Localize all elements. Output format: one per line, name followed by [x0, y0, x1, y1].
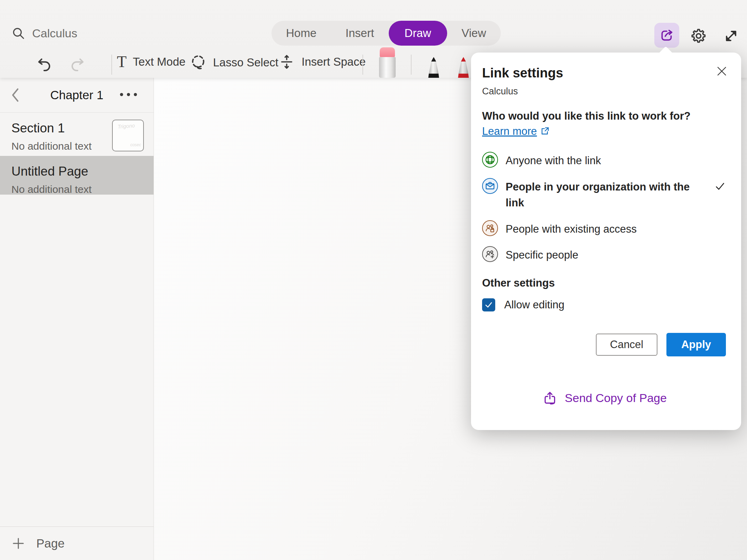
eraser-tool[interactable]: [379, 47, 396, 78]
selected-check-icon: [714, 180, 726, 192]
option-people-existing-access[interactable]: People with existing access: [482, 216, 727, 242]
briefcase-icon: [482, 178, 498, 194]
option-people-in-organization[interactable]: People in your organization with the lin…: [482, 174, 727, 216]
dialog-title: Link settings: [482, 66, 727, 81]
link-audience-options: Anyone with the link People in your orga…: [482, 147, 727, 268]
toolbar-divider: [411, 55, 412, 75]
red-pen-tool[interactable]: [454, 56, 472, 78]
redo-icon: [69, 57, 86, 73]
gear-icon: [690, 27, 707, 45]
other-settings-heading: Other settings: [482, 277, 727, 289]
eraser-cap: [380, 47, 395, 57]
black-pen-tool[interactable]: [425, 56, 443, 78]
cancel-button[interactable]: Cancel: [596, 334, 657, 356]
page-row-untitled-page[interactable]: Untitled Page No additional text: [0, 156, 154, 195]
share-up-icon: [543, 391, 557, 405]
allow-editing-label: Allow editing: [504, 299, 564, 311]
notebook-title: Calculus: [32, 27, 77, 40]
close-icon: [716, 65, 728, 77]
sidebar-header: Chapter 1: [0, 78, 154, 113]
plus-icon: [11, 536, 25, 550]
search-icon: [11, 26, 25, 40]
tab-home[interactable]: Home: [271, 21, 331, 46]
share-icon: [659, 28, 674, 43]
text-mode-button[interactable]: T Text Mode: [117, 54, 185, 70]
learn-more-link[interactable]: Learn more: [482, 125, 550, 137]
allow-editing-checkbox[interactable]: [482, 298, 495, 311]
dialog-question: Who would you like this link to work for…: [482, 109, 708, 139]
lasso-select-button[interactable]: Lasso Select: [190, 54, 278, 71]
settings-button[interactable]: [690, 27, 708, 45]
page-row-section-1[interactable]: Section 1 No additional text Trigono cos…: [0, 113, 154, 156]
send-copy-label: Send Copy of Page: [565, 391, 667, 405]
notebook-search[interactable]: Calculus: [11, 26, 77, 40]
dialog-actions: Cancel Apply: [482, 333, 727, 356]
tab-insert[interactable]: Insert: [331, 21, 389, 46]
person-add-icon: [482, 246, 498, 262]
tab-draw[interactable]: Draw: [389, 21, 447, 46]
globe-icon: [482, 152, 498, 168]
dialog-subtitle: Calculus: [482, 86, 727, 97]
toolbar-divider: [111, 55, 112, 75]
tab-view[interactable]: View: [447, 21, 501, 46]
apply-button[interactable]: Apply: [666, 333, 726, 356]
text-mode-icon: T: [117, 54, 127, 70]
share-button[interactable]: [654, 23, 679, 48]
add-page-label: Page: [36, 536, 65, 550]
allow-editing-row[interactable]: Allow editing: [482, 298, 727, 311]
people-lock-icon: [482, 220, 498, 236]
lasso-icon: [190, 54, 207, 71]
undo-button[interactable]: [36, 57, 53, 73]
toolbar-divider: [362, 55, 363, 75]
send-copy-of-page-button[interactable]: Send Copy of Page: [543, 391, 667, 405]
page-thumbnail: Trigono cosec: [112, 120, 144, 151]
insert-space-button[interactable]: Insert Space: [279, 54, 366, 70]
more-options-icon[interactable]: [120, 93, 137, 96]
page-subtitle: No additional text: [11, 184, 154, 195]
option-anyone-with-link[interactable]: Anyone with the link: [482, 147, 727, 174]
ribbon-tabbar: Home Insert Draw View: [271, 21, 501, 46]
pages-sidebar: Chapter 1 Section 1 No additional text T…: [0, 78, 154, 560]
undo-icon: [36, 57, 53, 73]
add-page-button[interactable]: Page: [0, 526, 154, 560]
fullscreen-button[interactable]: [722, 27, 740, 45]
expand-icon: [723, 28, 739, 44]
insert-space-icon: [279, 54, 295, 70]
redo-button[interactable]: [69, 57, 86, 73]
link-settings-dialog: Link settings Calculus Who would you lik…: [471, 53, 741, 430]
external-link-icon: [540, 126, 550, 136]
page-title: Untitled Page: [11, 164, 154, 179]
option-specific-people[interactable]: Specific people: [482, 242, 727, 268]
eraser-body: [379, 57, 396, 78]
close-button[interactable]: [715, 64, 729, 78]
